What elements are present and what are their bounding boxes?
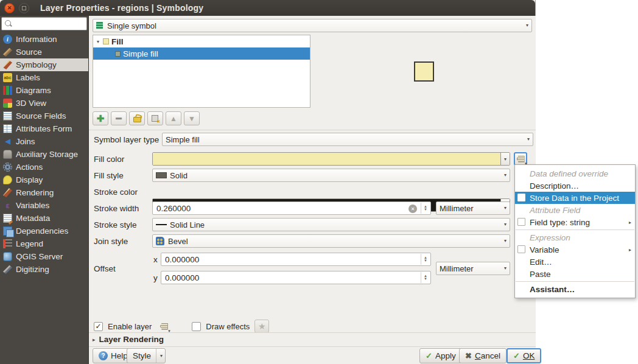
stroke-style-combo[interactable]: Solid Line ▾ bbox=[152, 218, 510, 231]
join-style-combo[interactable]: Bevel ▾ bbox=[152, 234, 510, 248]
legend-icon bbox=[3, 239, 12, 248]
sidebar-item-labels[interactable]: abcLabels bbox=[0, 71, 88, 84]
source-fields-icon bbox=[3, 111, 12, 121]
chevron-down-icon: ▾ bbox=[527, 136, 530, 142]
layer-rendering-section[interactable]: ▸ Layer Rendering bbox=[93, 335, 164, 344]
apply-button[interactable]: ✓ Apply bbox=[419, 348, 462, 363]
symbol-layer-type-combo[interactable]: Simple fill ▾ bbox=[162, 133, 533, 146]
draw-effects-checkbox[interactable] bbox=[192, 322, 201, 331]
checkbox-icon[interactable] bbox=[517, 194, 525, 201]
clear-icon[interactable]: ✕ bbox=[408, 205, 417, 213]
sidebar-item-digitizing[interactable]: Digitizing bbox=[0, 263, 88, 276]
add-symbol-layer-button[interactable]: ✚ bbox=[93, 111, 108, 125]
sidebar-item-source[interactable]: Source bbox=[0, 46, 88, 58]
source-icon bbox=[3, 47, 12, 57]
fill-color-data-defined-button[interactable] bbox=[514, 152, 527, 166]
draw-effects-label: Draw effects bbox=[206, 322, 250, 331]
triangle-down-icon: ▼ bbox=[188, 114, 195, 123]
sidebar-item-information[interactable]: iInformation bbox=[0, 33, 88, 46]
sidebar-item-attributes-form[interactable]: Attributes Form bbox=[0, 122, 88, 135]
offset-x-input[interactable]: ▲▼ bbox=[161, 253, 431, 266]
symbol-preview bbox=[414, 61, 434, 82]
digitizing-icon bbox=[3, 265, 12, 274]
menu-header-expression: Expression bbox=[515, 231, 635, 243]
stroke-width-input[interactable]: ✕ ▲▼ bbox=[152, 201, 431, 215]
stroke-width-unit-combo[interactable]: Millimeter ▾ bbox=[436, 201, 510, 215]
enable-layer-data-defined-button[interactable] bbox=[156, 320, 171, 332]
fill-style-combo[interactable]: Solid ▾ bbox=[152, 169, 510, 182]
submenu-arrow-icon: ▸ bbox=[629, 220, 631, 225]
sidebar-item-source-fields[interactable]: Source Fields bbox=[0, 110, 88, 122]
lock-colors-button[interactable] bbox=[129, 111, 145, 125]
enable-layer-checkbox[interactable]: ✓ bbox=[94, 322, 103, 331]
fill-color-button[interactable]: ▾ bbox=[152, 152, 510, 166]
menu-item-field-type[interactable]: Field type: string ▸ bbox=[515, 216, 635, 228]
joins-icon: ◀ bbox=[3, 137, 12, 146]
effects-customize-button[interactable]: ★ bbox=[254, 320, 269, 333]
sidebar-item-metadata[interactable]: Metadata bbox=[0, 212, 88, 225]
menu-item-assistant[interactable]: Assistant… bbox=[515, 283, 635, 295]
spinner-control[interactable]: ▲▼ bbox=[421, 203, 430, 214]
collapsed-arrow-icon: ▸ bbox=[93, 337, 96, 343]
close-icon[interactable]: ✕ bbox=[4, 3, 15, 13]
chevron-down-icon: ▾ bbox=[504, 238, 507, 243]
search-input[interactable] bbox=[1, 17, 87, 30]
sidebar-item-auxiliary-storage[interactable]: Auxiliary Storage bbox=[0, 148, 88, 161]
cancel-button[interactable]: ✖ Cancel bbox=[459, 348, 507, 363]
offset-x-value[interactable] bbox=[161, 253, 430, 265]
bevel-join-icon bbox=[156, 237, 164, 245]
chevron-down-icon[interactable]: ▾ bbox=[156, 349, 163, 363]
divider bbox=[89, 346, 536, 347]
sidebar-item-3d-view[interactable]: 3D View bbox=[0, 97, 88, 110]
sidebar-item-symbology[interactable]: Symbology bbox=[0, 58, 88, 71]
tree-row-simple-fill[interactable]: Simple fill bbox=[93, 47, 310, 60]
checkbox-icon[interactable] bbox=[517, 218, 525, 226]
metadata-icon bbox=[3, 214, 12, 223]
duplicate-symbol-layer-button[interactable] bbox=[147, 111, 163, 125]
move-down-button[interactable]: ▼ bbox=[184, 111, 200, 125]
tree-row-fill[interactable]: ▾ Fill bbox=[93, 35, 310, 47]
offset-y-input[interactable]: ▲▼ bbox=[161, 271, 431, 284]
sidebar-item-legend[interactable]: Legend bbox=[0, 237, 88, 250]
menu-item-variable[interactable]: Variable ▸ bbox=[515, 243, 635, 256]
chevron-down-icon[interactable]: ▾ bbox=[500, 153, 510, 165]
symbol-type-combo[interactable]: Single symbol ▾ bbox=[93, 19, 532, 32]
style-button[interactable]: Style ▾ bbox=[127, 348, 166, 363]
spinner-control[interactable]: ▲▼ bbox=[421, 254, 430, 265]
stroke-width-value[interactable] bbox=[153, 202, 430, 214]
information-icon: i bbox=[3, 35, 12, 44]
move-up-button[interactable]: ▲ bbox=[166, 111, 181, 125]
display-icon bbox=[3, 175, 12, 184]
sidebar-item-qgis-server[interactable]: QGIS Server bbox=[0, 250, 88, 263]
menu-item-description[interactable]: Description… bbox=[515, 180, 635, 192]
sidebar-item-display[interactable]: Display bbox=[0, 173, 88, 186]
symbol-layer-toolbar: ✚ ━ ▲ ▼ bbox=[93, 111, 200, 125]
offset-y-value[interactable] bbox=[161, 271, 430, 284]
offset-unit-combo[interactable]: Millimeter ▾ bbox=[436, 262, 510, 275]
duplicate-icon bbox=[152, 115, 159, 122]
remove-symbol-layer-button[interactable]: ━ bbox=[111, 111, 127, 125]
ok-button[interactable]: ✓ OK bbox=[507, 348, 541, 363]
x-icon: ✖ bbox=[465, 351, 472, 360]
chevron-down-icon: ▾ bbox=[526, 23, 528, 28]
sidebar-item-joins[interactable]: ◀Joins bbox=[0, 135, 88, 148]
menu-item-store-data-in-project[interactable]: Store Data in the Project bbox=[515, 192, 635, 204]
checkbox-icon[interactable] bbox=[517, 245, 525, 253]
menu-item-paste[interactable]: Paste bbox=[515, 268, 635, 280]
sidebar-item-diagrams[interactable]: Diagrams bbox=[0, 84, 88, 97]
dependencies-icon bbox=[3, 226, 12, 236]
sidebar-item-actions[interactable]: Actions bbox=[0, 161, 88, 173]
restore-icon[interactable] bbox=[19, 3, 29, 13]
titlebar: ✕ Layer Properties - regions | Symbology bbox=[0, 0, 535, 16]
spinner-control[interactable]: ▲▼ bbox=[421, 272, 430, 283]
chevron-down-icon: ▾ bbox=[504, 265, 507, 271]
solid-line-icon bbox=[156, 224, 167, 225]
diagrams-icon bbox=[3, 86, 12, 95]
menu-item-edit[interactable]: Edit… bbox=[515, 256, 635, 268]
chevron-down-icon: ▾ bbox=[504, 172, 507, 178]
sidebar-item-variables[interactable]: εVariables bbox=[0, 199, 88, 212]
sidebar-item-rendering[interactable]: Rendering bbox=[0, 186, 88, 199]
check-icon: ✓ bbox=[426, 351, 432, 360]
sidebar-item-dependencies[interactable]: Dependencies bbox=[0, 225, 88, 237]
expander-icon[interactable]: ▾ bbox=[93, 39, 103, 44]
